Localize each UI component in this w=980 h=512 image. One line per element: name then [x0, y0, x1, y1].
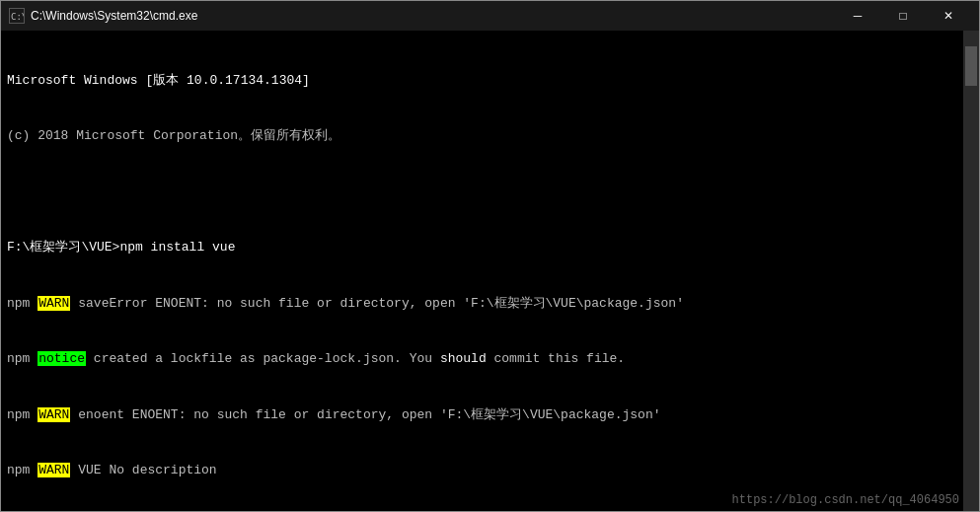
line-6: npm notice created a lockfile as package…	[7, 350, 973, 369]
line-1: Microsoft Windows [版本 10.0.17134.1304]	[7, 72, 973, 91]
line-5: npm WARN saveError ENOENT: no such file …	[7, 295, 973, 314]
scrollbar[interactable]	[963, 31, 979, 511]
close-button[interactable]: ✕	[926, 1, 971, 31]
minimize-button[interactable]: ─	[835, 1, 880, 31]
svg-text:C:\: C:\	[11, 12, 24, 22]
window-controls: ─ □ ✕	[835, 1, 971, 31]
line-2: (c) 2018 Microsoft Corporation。保留所有权利。	[7, 127, 973, 146]
line-7: npm WARN enoent ENOENT: no such file or …	[7, 406, 973, 425]
line-8: npm WARN VUE No description	[7, 462, 973, 480]
title-bar: C:\ C:\Windows\System32\cmd.exe ─ □ ✕	[1, 1, 979, 31]
cmd-window: C:\ C:\Windows\System32\cmd.exe ─ □ ✕ Mi…	[0, 0, 980, 512]
scrollbar-thumb[interactable]	[965, 46, 977, 86]
cmd-icon: C:\	[9, 8, 25, 24]
console-body[interactable]: Microsoft Windows [版本 10.0.17134.1304] (…	[1, 31, 979, 511]
line-3	[7, 183, 973, 202]
line-4: F:\框架学习\VUE>npm install vue	[7, 239, 973, 257]
window-title: C:\Windows\System32\cmd.exe	[31, 9, 835, 23]
watermark: https://blog.csdn.net/qq_4064950	[732, 493, 959, 507]
maximize-button[interactable]: □	[880, 1, 926, 31]
console-output: Microsoft Windows [版本 10.0.17134.1304] (…	[7, 35, 973, 511]
